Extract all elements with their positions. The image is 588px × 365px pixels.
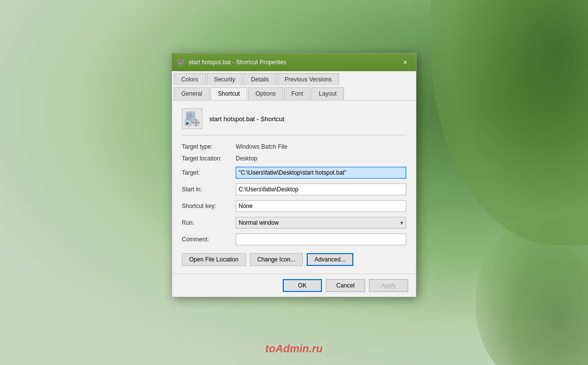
label-comment: Comment: xyxy=(182,236,236,243)
label-run: Run: xyxy=(182,219,236,226)
title-bar-icon xyxy=(177,58,185,66)
svg-rect-14 xyxy=(193,122,194,123)
svg-rect-2 xyxy=(180,61,182,62)
dialog-footer: OK Cancel Apply xyxy=(172,274,416,297)
tab-container: Colors Security Details Previous Version… xyxy=(172,71,416,101)
file-header: ▶ start hotspot.bat - Shortcut xyxy=(182,108,406,135)
tab-general[interactable]: General xyxy=(174,87,210,100)
form-row-shortcut-key: Shortcut key: xyxy=(182,200,406,212)
bg-leaf-bottom-right xyxy=(475,218,588,365)
svg-rect-6 xyxy=(187,116,193,117)
ok-button[interactable]: OK xyxy=(283,279,322,292)
cancel-button[interactable]: Cancel xyxy=(326,279,365,292)
start-in-input[interactable] xyxy=(236,183,406,195)
svg-rect-13 xyxy=(196,125,196,126)
value-target-type: Windows Batch File xyxy=(236,143,287,150)
svg-rect-5 xyxy=(187,114,192,115)
svg-rect-15 xyxy=(198,122,199,123)
title-bar-left: start hotspot.bat - Shortcut Properties xyxy=(177,58,286,66)
advanced-button[interactable]: Advanced... xyxy=(307,253,353,266)
form-row-target: Target: xyxy=(182,167,406,179)
open-file-location-button[interactable]: Open File Location xyxy=(182,253,246,266)
form-row-target-location: Target location: Desktop xyxy=(182,155,406,162)
label-target: Target: xyxy=(182,169,236,176)
tab-security[interactable]: Security xyxy=(207,73,243,85)
change-icon-button[interactable]: Change Icon... xyxy=(250,253,303,266)
tab-row-1: Colors Security Details Previous Version… xyxy=(172,71,416,85)
comment-input[interactable] xyxy=(236,234,406,245)
label-start-in: Start in: xyxy=(182,186,236,193)
file-name-display: start hotspot.bat - Shortcut xyxy=(209,115,284,123)
svg-rect-12 xyxy=(196,119,196,121)
svg-rect-7 xyxy=(187,118,191,119)
dialog-content: ▶ start hotspot.bat - Shortcut Target ty… xyxy=(172,101,416,274)
form-row-comment: Comment: xyxy=(182,234,406,245)
bg-leaf-right xyxy=(431,0,588,245)
title-bar-title: start hotspot.bat - Shortcut Properties xyxy=(189,59,286,66)
tab-details[interactable]: Details xyxy=(244,73,276,85)
form-row-start-in: Start in: xyxy=(182,183,406,195)
svg-point-11 xyxy=(195,121,197,124)
form-row-target-type: Target type: Windows Batch File xyxy=(182,143,406,150)
shortcut-icon: ▶ xyxy=(184,111,200,127)
tab-colors[interactable]: Colors xyxy=(174,73,206,85)
tab-layout[interactable]: Layout xyxy=(312,87,344,100)
run-select-wrapper: Normal window Minimized Maximized ▼ xyxy=(236,217,406,229)
label-target-type: Target type: xyxy=(182,143,236,150)
form-row-run: Run: Normal window Minimized Maximized ▼ xyxy=(182,217,406,229)
tab-options[interactable]: Options xyxy=(248,87,283,100)
run-select[interactable]: Normal window Minimized Maximized xyxy=(236,217,406,229)
dialog-window: start hotspot.bat - Shortcut Properties … xyxy=(172,53,416,297)
label-shortcut-key: Shortcut key: xyxy=(182,203,236,209)
value-target-location: Desktop xyxy=(236,155,257,162)
close-button[interactable]: × xyxy=(399,56,411,68)
shortcut-key-input[interactable] xyxy=(236,200,406,212)
watermark: toAdmin.ru xyxy=(265,342,322,355)
label-target-location: Target location: xyxy=(182,155,236,162)
tab-font[interactable]: Font xyxy=(284,87,311,100)
svg-rect-3 xyxy=(179,62,182,63)
action-buttons: Open File Location Change Icon... Advanc… xyxy=(182,253,406,266)
target-input[interactable] xyxy=(236,167,406,179)
tab-previous-versions[interactable]: Previous Versions xyxy=(277,73,339,85)
tab-shortcut[interactable]: Shortcut xyxy=(211,87,247,100)
svg-text:▶: ▶ xyxy=(186,121,190,126)
file-icon-container: ▶ xyxy=(182,108,202,129)
title-bar: start hotspot.bat - Shortcut Properties … xyxy=(172,53,416,71)
tab-row-2: General Shortcut Options Font Layout xyxy=(172,85,416,100)
apply-button[interactable]: Apply xyxy=(369,279,408,292)
